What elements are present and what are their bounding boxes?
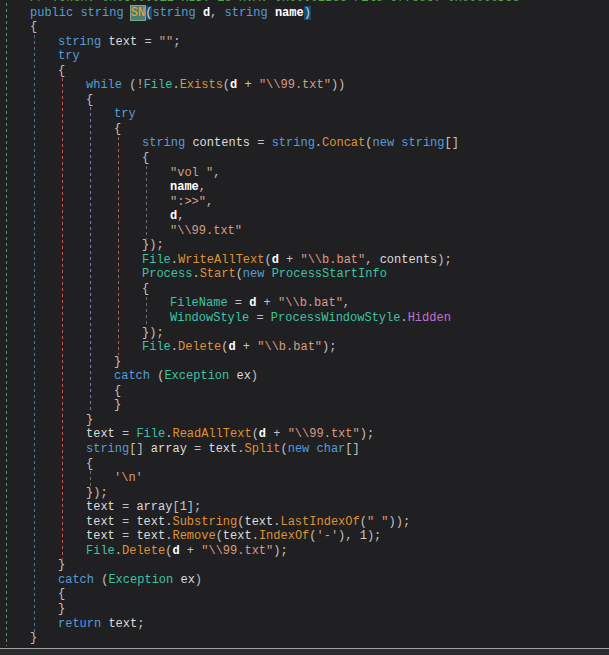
code-line[interactable]: }: [0, 398, 609, 413]
token: string: [142, 136, 192, 150]
code-line[interactable]: File.Delete(d + "\\b.bat");: [0, 340, 609, 355]
code-line[interactable]: FileName = d + "\\b.bat",: [0, 296, 609, 311]
code-line[interactable]: }: [0, 558, 609, 573]
token: +: [180, 544, 202, 558]
token: ): [251, 369, 258, 383]
code-line[interactable]: {: [0, 151, 609, 166]
token: .: [171, 340, 178, 354]
token: FileName: [170, 296, 228, 310]
token: =: [115, 529, 137, 543]
code-line[interactable]: }: [0, 631, 609, 646]
code-line[interactable]: string contents = string.Concat(new stri…: [0, 136, 609, 151]
token: Process: [142, 267, 192, 281]
code-line[interactable]: {: [0, 20, 609, 35]
code-line[interactable]: {: [0, 587, 609, 602]
code-line[interactable]: });: [0, 238, 609, 253]
code-line[interactable]: d,: [0, 209, 609, 224]
code-line[interactable]: File.Delete(d + "\\99.txt");: [0, 544, 609, 559]
token: try: [58, 49, 80, 63]
token: {: [142, 282, 149, 296]
token: " ": [367, 515, 389, 529]
token: d: [172, 544, 179, 558]
code-line[interactable]: text = File.ReadAllText(d + "\\99.txt");: [0, 427, 609, 442]
token: ex: [180, 573, 194, 587]
token: [: [172, 500, 179, 514]
code-line[interactable]: while (!File.Exists(d + "\\99.txt")): [0, 78, 609, 93]
code-line[interactable]: try: [0, 107, 609, 122]
code-line[interactable]: {: [0, 93, 609, 108]
token: +: [279, 253, 301, 267]
code-line[interactable]: catch (Exception ex): [0, 369, 609, 384]
token: string: [224, 6, 267, 20]
code-line[interactable]: });: [0, 486, 609, 501]
token: .: [115, 544, 122, 558]
code-line[interactable]: }: [0, 602, 609, 617]
code-area[interactable]: // Token: 0x06000012 RID: 18 RVA: 0x0000…: [0, 0, 609, 655]
token: });: [142, 238, 164, 252]
token: {: [142, 151, 149, 165]
token: =: [228, 296, 250, 310]
horizontal-scrollbar[interactable]: [0, 648, 609, 655]
code-line[interactable]: {: [0, 122, 609, 137]
code-line[interactable]: string text = "";: [0, 35, 609, 50]
token: Delete: [122, 544, 165, 558]
token: ReadAllText: [172, 427, 251, 441]
code-line[interactable]: });: [0, 326, 609, 341]
code-line[interactable]: string[] array = text.Split(new char[]: [0, 442, 609, 457]
token: ,: [365, 253, 379, 267]
token: Concat: [322, 136, 365, 150]
token: .: [192, 267, 199, 281]
code-line[interactable]: text = array[1];: [0, 500, 609, 515]
token: []: [129, 442, 151, 456]
token: new: [243, 267, 265, 281]
highlighted-reference: SN: [131, 6, 145, 20]
token: IndexOf: [259, 529, 309, 543]
token: {: [30, 20, 37, 34]
token: )): [331, 78, 345, 92]
code-line[interactable]: "vol ",: [0, 166, 609, 181]
code-line[interactable]: '\n': [0, 471, 609, 486]
code-line[interactable]: }: [0, 355, 609, 370]
token: [268, 6, 275, 20]
token: {: [86, 457, 93, 471]
code-line[interactable]: File.WriteAllText(d + "\\b.bat", content…: [0, 253, 609, 268]
token: (: [236, 267, 243, 281]
code-line[interactable]: {: [0, 384, 609, 399]
token: (!: [122, 78, 144, 92]
code-line[interactable]: }: [0, 413, 609, 428]
code-line[interactable]: "\\99.txt": [0, 224, 609, 239]
token: (: [216, 529, 223, 543]
token: Start: [200, 267, 236, 281]
token: catch: [114, 369, 150, 383]
token: // Token: 0x06000012 RID: 18 RVA: 0x0000…: [30, 0, 520, 5]
code-line[interactable]: Process.Start(new ProcessStartInfo: [0, 267, 609, 282]
code-line[interactable]: {: [0, 282, 609, 297]
token: "\\b.bat": [278, 296, 343, 310]
token: try: [114, 107, 136, 121]
token: });: [86, 486, 108, 500]
code-line[interactable]: name,: [0, 180, 609, 195]
token: catch: [58, 573, 94, 587]
token: =: [250, 136, 272, 150]
token: ProcessWindowStyle: [271, 311, 401, 325]
token: Substring: [172, 515, 237, 529]
token: ex: [236, 369, 250, 383]
token: File: [142, 253, 171, 267]
code-line[interactable]: catch (Exception ex): [0, 573, 609, 588]
token: =: [115, 500, 137, 514]
code-line[interactable]: try: [0, 49, 609, 64]
code-line[interactable]: ":>>",: [0, 195, 609, 210]
code-line[interactable]: return text;: [0, 617, 609, 632]
token: text: [86, 515, 115, 529]
code-line[interactable]: {: [0, 457, 609, 472]
code-line[interactable]: WindowStyle = ProcessWindowStyle.Hidden: [0, 311, 609, 326]
code-line[interactable]: text = text.Substring(text.LastIndexOf("…: [0, 515, 609, 530]
code-line[interactable]: {: [0, 64, 609, 79]
token: ];: [187, 500, 201, 514]
code-line[interactable]: text = text.Remove(text.IndexOf('-'), 1)…: [0, 529, 609, 544]
token: Split: [244, 442, 280, 456]
token: new: [372, 136, 394, 150]
token: public: [30, 6, 80, 20]
token: return: [58, 617, 101, 631]
code-line[interactable]: public string SN(string d, string name): [0, 6, 609, 21]
